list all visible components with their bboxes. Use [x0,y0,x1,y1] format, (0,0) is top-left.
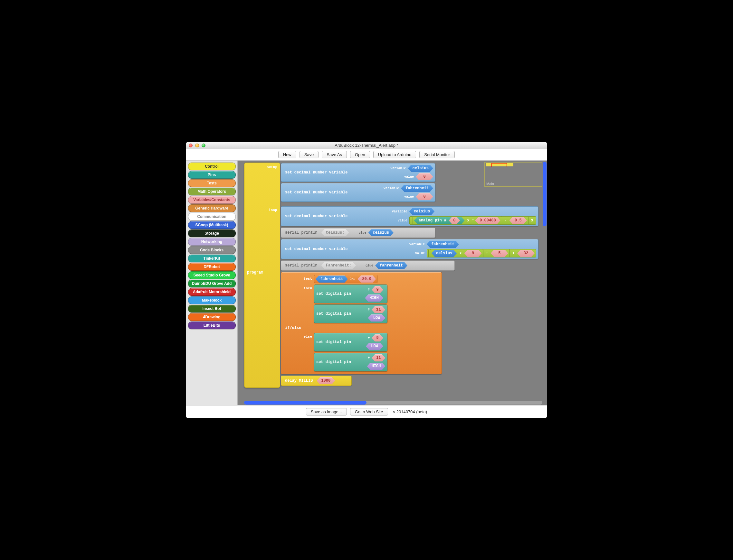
palette-category-control[interactable]: Control [188,163,236,170]
expr-inner2[interactable]: analog pin # 0 x▽ 0.00488 [413,216,502,225]
save-as-image-button[interactable]: Save as image... [306,408,347,415]
titlebar[interactable]: ArduBlock 12-Thermal_Alert.abp * [186,142,547,149]
analog-pin-block[interactable]: analog pin # 0 [414,217,465,224]
new-button[interactable]: New [278,151,296,158]
pin-11b[interactable]: 11 [372,354,385,361]
set-digital-pin-9-low[interactable]: set digital pin #9 LOW [314,333,388,351]
close-icon[interactable] [189,144,193,147]
pin-0[interactable]: 0 [449,217,460,224]
half[interactable]: 0.5 [510,217,527,224]
var-fahrenheit[interactable]: fahrenheit [401,185,433,192]
palette-category-generic-hardware[interactable]: Generic Hardware [188,204,236,212]
nine[interactable]: 9 [465,250,482,257]
if-else-block[interactable]: test fahrenheit >= 80.0 then set [281,272,442,374]
minimap-label: Main [486,182,494,186]
eighty[interactable]: 80.0 [357,275,376,283]
palette-category-storage[interactable]: Storage [188,229,236,237]
msg-fahrenheit[interactable]: Fahrenheit: [321,262,356,269]
go-to-website-button[interactable]: Go to Web Site [350,408,388,415]
var-celsius[interactable]: celsius [408,165,433,172]
setup-label: setup [267,165,277,169]
app-window: ArduBlock 12-Thermal_Alert.abp * New Sav… [186,142,547,418]
var-fahrenheit[interactable]: fahrenheit [427,241,459,248]
window-controls [189,144,205,147]
msg-celsius[interactable]: Celsius: [321,229,349,236]
program-label: program [247,270,277,275]
palette-category-4drawing[interactable]: 4Drawing [188,313,236,321]
palette-category-code-blocks[interactable]: Code Blocks [188,246,236,254]
expr-inner1[interactable]: analog pin # 0 x▽ 0.00488 - 0.5 [411,216,529,225]
coef[interactable]: 0.00488 [475,217,500,224]
thirtytwo[interactable]: 32 [517,250,535,257]
val-high-b[interactable]: HIGH [367,363,386,370]
palette-category-networking[interactable]: Networking [188,238,236,246]
set-dec-var-fahrenheit-loop[interactable]: set decimal number variable variablefahr… [281,239,539,259]
value-0[interactable]: 0 [416,193,433,200]
val-low[interactable]: LOW [368,314,385,322]
toolbar: New Save Save As Open Upload to Arduino … [186,149,547,161]
save-button[interactable]: Save [299,151,319,158]
pin-11[interactable]: 11 [372,306,385,313]
five[interactable]: 5 [491,250,508,257]
palette-category-variables-constants[interactable]: Variables/Constants [188,196,236,204]
block-palette: ControlPinsTestsMath OperatorsVariables/… [186,161,238,405]
palette-category-adafruit-motorshield[interactable]: Adafruit Motorshield [188,288,236,296]
set-dec-var-celsius-setup[interactable]: set decimal number variable variablecels… [281,163,436,182]
celsius-in-expr[interactable]: celsius [432,250,457,257]
glue-celsius[interactable]: celsius [368,229,393,236]
loop-label: loop [268,208,277,212]
horizontal-scrollbar[interactable] [244,401,542,405]
val-low-b[interactable]: LOW [366,343,383,350]
palette-category-pins[interactable]: Pins [188,171,236,179]
window-title: ArduBlock 12-Thermal_Alert.abp * [186,143,547,148]
serial-println-fahrenheit[interactable]: serial println Fahrenheit: glue fahrenhe… [281,260,455,271]
vertical-scrollbar[interactable] [542,161,547,405]
pin-9b[interactable]: 9 [372,334,383,341]
palette-category-tinkerkit[interactable]: TinkerKit [188,255,236,262]
minimap[interactable]: Main [484,162,542,187]
set-digital-pin-11-low[interactable]: set digital pin #11 LOW [314,304,388,323]
open-button[interactable]: Open [350,151,370,158]
set-digital-pin-9-high[interactable]: set digital pin #9 HIGH [314,285,388,303]
test-var[interactable]: fahrenheit [315,275,348,283]
palette-category-dfrobot[interactable]: DFRobot [188,263,236,271]
version-label: v 20140704 (beta) [393,409,428,414]
val-high[interactable]: HIGH [365,294,383,302]
ifelse-label: if/else [283,324,440,331]
palette-category-seeed-studio-grove[interactable]: Seeed Studio Grove [188,271,236,279]
program-block[interactable]: program [244,163,280,388]
expr-fahrenheit[interactable]: celsius x 9 ÷ 5 + 32 [427,249,536,257]
expr-f-inner2[interactable]: celsius x 9 [430,249,484,257]
set-dec-var-celsius-loop[interactable]: set decimal number variable variablecels… [281,206,539,226]
set-digital-pin-11-high[interactable]: set digital pin #11 HIGH [314,353,388,371]
palette-category-communication[interactable]: Communication [188,213,236,220]
palette-category-makeblock[interactable]: Makeblock [188,296,236,304]
serial-println-celsius[interactable]: serial println Celsius: glue celsius [281,228,436,238]
test-expr[interactable]: fahrenheit >= 80.0 [314,275,378,283]
palette-category-scoop-multitask-[interactable]: SCoop (Multitask) [188,221,236,229]
palette-category-tests[interactable]: Tests [188,179,236,187]
minimize-icon[interactable] [195,144,199,147]
upload-button[interactable]: Upload to Arduino [373,151,416,158]
palette-category-insect-bot[interactable]: Insect Bot [188,305,236,313]
expr-celsius[interactable]: analog pin # 0 x▽ 0.00488 - 0.5 x [409,216,536,225]
set-dec-var-fahrenheit-setup[interactable]: set decimal number variable variablefahr… [281,183,436,202]
delay-block[interactable]: delay MILLIS 1000 [281,376,352,386]
delay-value[interactable]: 1000 [316,377,335,384]
glue-fahrenheit[interactable]: fahrenheit [375,262,408,269]
canvas[interactable]: program setup set decimal number variabl… [238,161,547,405]
var-celsius[interactable]: celsius [409,208,435,215]
value-0[interactable]: 0 [416,173,433,180]
footer: Save as image... Go to Web Site v 201407… [186,405,547,418]
palette-category-math-operators[interactable]: Math Operators [188,188,236,195]
expr-f-inner[interactable]: celsius x 9 ÷ 5 [428,249,510,257]
serial-monitor-button[interactable]: Serial Monitor [419,151,455,158]
palette-category-duinoedu-grove-add[interactable]: DuinoEDU Grove Add [188,280,236,287]
pin-9[interactable]: 9 [372,286,383,293]
zoom-icon[interactable] [202,144,205,147]
palette-category-littlebits[interactable]: LittleBits [188,322,236,329]
save-as-button[interactable]: Save As [322,151,347,158]
